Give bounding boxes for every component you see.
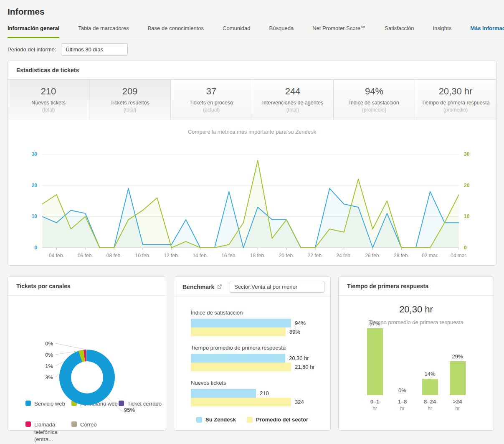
channels-panel-title: Tickets por canales <box>8 277 166 296</box>
benchmark-bar-value: 20,30 hr <box>289 355 309 361</box>
bottom-panels-row: Tickets por canales Servicio webFormular… <box>8 277 496 431</box>
benchmark-group-nuevos-tickets: Nuevos tickets210324 <box>191 380 324 406</box>
benchmark-bar-sector <box>191 363 291 371</box>
response-bar-value: 14% <box>424 371 435 377</box>
benchmark-group-tiempo-promedio-de-primera-respuesta: Tiempo promedio de primera respuesta20,3… <box>191 345 324 371</box>
tab-satisfaccion[interactable]: Satisfacción <box>385 21 414 37</box>
y-axis-label-left: 30 <box>32 151 38 157</box>
external-link-icon[interactable] <box>217 284 222 289</box>
x-axis-label: 02 mar. <box>422 253 438 259</box>
x-axis-label: 12 feb. <box>164 253 179 259</box>
response-bar-unit: hr <box>455 406 460 411</box>
benchmark-legend-item-promedio-del-sector: Promedio del sector <box>247 416 308 423</box>
benchmark-bar-row: 210 <box>191 389 324 398</box>
stat-value: 209 <box>92 86 168 97</box>
x-axis-label: 14 feb. <box>192 253 208 259</box>
response-bar-column-8-24: 14%8–24hr <box>416 316 444 411</box>
benchmark-bar-row: 89% <box>191 327 324 336</box>
stat-sublabel: (actual) <box>173 107 249 113</box>
benchmark-panel: Benchmark Sector:Venta al por menor Índi… <box>174 277 331 431</box>
response-bar-unit: hr <box>400 406 405 411</box>
benchmark-bar-row: 20,30 hr <box>191 354 324 363</box>
response-bar-column-0-1: 57%0–1hr <box>361 316 389 411</box>
response-bar-column-1-8: 0%1–8hr <box>389 316 416 411</box>
benchmark-group-label: Tiempo promedio de primera respuesta <box>191 345 324 351</box>
x-axis-label: 16 feb. <box>221 253 237 259</box>
benchmark-panel-header: Benchmark Sector:Venta al por menor <box>174 277 330 297</box>
stat-sublabel: (promedio) <box>418 107 494 113</box>
benchmark-bar-sector <box>191 398 291 406</box>
report-period-label: Periodo del informe: <box>8 46 56 53</box>
tab-tabla-de-marcadores[interactable]: Tabla de marcadores <box>78 21 129 37</box>
page-title: Informes <box>0 0 504 21</box>
y-axis-label-right: 30 <box>464 151 470 157</box>
stat-card-nuevos-tickets[interactable]: 210Nuevos tickets(total) <box>8 80 89 120</box>
response-bar-range: 8–24 <box>424 398 436 405</box>
tab-base-de-conocimientos[interactable]: Base de conocimientos <box>148 21 204 37</box>
x-axis-label: 28 feb. <box>394 253 409 259</box>
tab-mas-informacion[interactable]: Más información <box>470 21 504 37</box>
x-axis-label: 08 feb. <box>106 253 122 259</box>
x-axis-label: 06 feb. <box>78 253 93 259</box>
stat-card-intervenciones-de-agentes[interactable]: 244Intervenciones de agentes(total) <box>252 80 334 120</box>
stat-card-tiempo-de-primera-respuesta[interactable]: 20,30 hrTiempo de primera respuesta(prom… <box>415 80 496 120</box>
tab-busqueda[interactable]: Búsqueda <box>269 21 294 37</box>
stat-card-indice-de-satisfaccion[interactable]: 94%Índice de satisfacción(promedio) <box>334 80 415 120</box>
first-response-average-caption: Tiempo promedio de primera respuesta <box>339 319 494 325</box>
tab-informacion-general[interactable]: Información general <box>8 21 59 37</box>
response-bar-range: 1–8 <box>398 398 407 405</box>
x-axis-label: 04 feb. <box>49 253 64 259</box>
benchmark-bar-sector <box>191 327 286 336</box>
overview-chart-svg: 0010102020303004 feb.06 feb.08 feb.10 fe… <box>8 137 494 265</box>
legend-label: Su Zendesk <box>205 416 236 423</box>
response-bar-range: >24 <box>453 398 462 405</box>
benchmark-sector-select[interactable]: Sector:Venta al por menor <box>230 281 324 293</box>
stat-value: 37 <box>173 86 249 97</box>
tab-insights[interactable]: Insights <box>433 21 451 37</box>
stat-sublabel: (promedio) <box>336 107 412 113</box>
benchmark-group-indice-de-satisfaccion: Índice de satisfacción94%89% <box>191 310 324 336</box>
benchmark-legend-item-su-zendesk: Su Zendesk <box>196 416 236 423</box>
channels-chart-area: Servicio webFormulario webTicket cerrado… <box>8 296 166 429</box>
benchmark-group-label: Nuevos tickets <box>191 380 324 386</box>
tab-comunidad[interactable]: Comunidad <box>223 21 251 37</box>
benchmark-bar-row: 324 <box>191 398 324 406</box>
benchmark-legend: Su ZendeskPromedio del sector <box>174 416 330 423</box>
response-bar-value: 29% <box>452 353 463 360</box>
stat-card-tickets-resueltos[interactable]: 209Tickets resueltos(total) <box>89 80 171 120</box>
y-axis-label-left: 20 <box>32 183 38 188</box>
stat-value: 20,30 hr <box>418 86 494 97</box>
stat-value: 210 <box>10 86 86 97</box>
first-response-chart-area: 20,30 hr Tiempo promedio de primera resp… <box>339 296 494 411</box>
benchmark-bar-value: 21,60 hr <box>295 364 315 370</box>
x-axis-label: 04 mar. <box>451 253 467 259</box>
donut-hole <box>71 361 103 393</box>
y-axis-label-right: 20 <box>464 183 470 188</box>
y-axis-label-right: 10 <box>464 213 470 219</box>
stats-panel: Estadísticas de tickets 210Nuevos ticket… <box>8 61 496 266</box>
callout-line <box>56 343 86 350</box>
first-response-bars: 57%0–1hr0%1–8hr14%8–24hr29%>24hr <box>339 316 494 411</box>
response-bar-unit: hr <box>428 406 432 411</box>
y-axis-label-left: 0 <box>34 245 37 251</box>
benchmark-bar-value: 210 <box>260 390 269 396</box>
stat-card-tickets-en-proceso[interactable]: 37Tickets en proceso(actual) <box>171 80 252 120</box>
tab-net-promoter-score[interactable]: Net Promoter Score℠ <box>312 21 366 37</box>
benchmark-bar-row: 94% <box>191 319 324 327</box>
stat-label: Intervenciones de agentes <box>255 100 331 106</box>
benchmark-group-label: Índice de satisfacción <box>191 310 324 316</box>
stats-panel-title: Estadísticas de tickets <box>8 61 496 79</box>
stat-label: Tiempo de primera respuesta <box>418 100 494 106</box>
response-bar-stack: 14% <box>422 316 438 395</box>
stat-label: Tickets en proceso <box>173 100 249 106</box>
overview-line-chart: 0010102020303004 feb.06 feb.08 feb.10 fe… <box>8 137 496 265</box>
y-axis-label-right: 0 <box>464 245 467 251</box>
report-period-select[interactable]: Últimos 30 días <box>61 43 128 56</box>
donut-callout-label: 1% <box>33 363 53 369</box>
response-bar <box>450 361 466 395</box>
benchmark-bar-value: 94% <box>295 320 306 326</box>
benchmark-chart-area: Índice de satisfacción94%89%Tiempo prome… <box>174 297 330 406</box>
stat-sublabel: (total) <box>92 107 168 113</box>
first-response-panel-title: Tiempo de primera respuesta <box>339 277 494 296</box>
benchmark-bar-zendesk <box>191 389 256 398</box>
